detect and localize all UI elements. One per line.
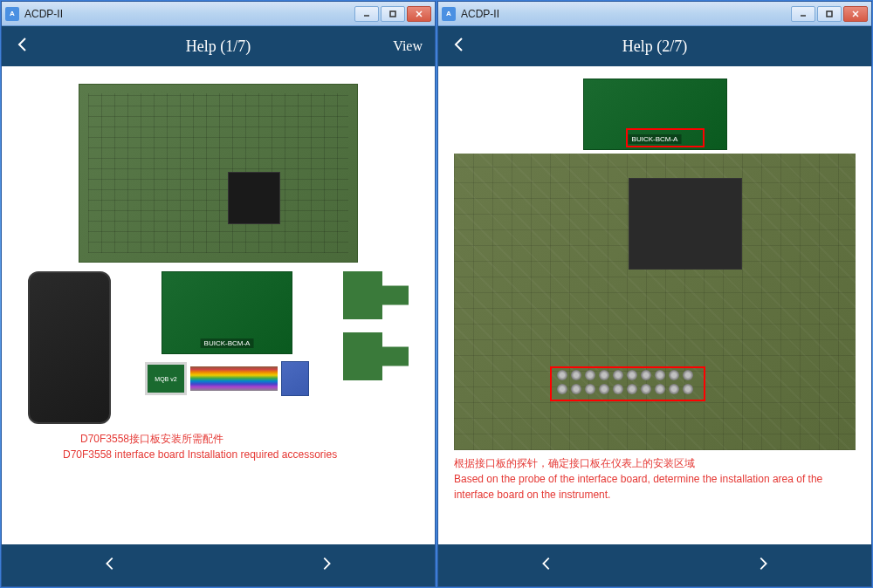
titlebar-text: ACDP-II bbox=[461, 8, 791, 20]
titlebar-text: ACDP-II bbox=[24, 8, 354, 20]
next-button[interactable] bbox=[738, 549, 788, 582]
page-header: Help (1/7) View bbox=[2, 26, 435, 66]
close-button[interactable] bbox=[407, 6, 431, 22]
window-controls bbox=[354, 6, 431, 22]
page-footer bbox=[438, 544, 871, 586]
maximize-button[interactable] bbox=[381, 6, 405, 22]
svg-rect-1 bbox=[390, 11, 395, 17]
help-image: MQB v2 D70F3558接口板安装所需配件 D70F3558 interf… bbox=[28, 84, 409, 536]
instrument-pcb-image bbox=[454, 154, 856, 450]
main-pcb-image bbox=[79, 84, 358, 263]
mqb-adapter-image: MQB v2 bbox=[145, 362, 187, 395]
page-title: Help (1/7) bbox=[2, 38, 435, 56]
programmer-device-image bbox=[28, 271, 111, 424]
caption-cn: D70F3558接口板安装所需配件 bbox=[28, 431, 409, 447]
maximize-button[interactable] bbox=[817, 6, 842, 22]
prev-button[interactable] bbox=[85, 549, 135, 582]
app-icon: A bbox=[5, 7, 19, 21]
app-icon: A bbox=[442, 7, 456, 21]
bracket-image bbox=[343, 332, 409, 380]
content-area: MQB v2 D70F3558接口板安装所需配件 D70F3558 interf… bbox=[2, 66, 435, 544]
highlight-box-icon bbox=[626, 128, 705, 147]
titlebar[interactable]: A ACDP-II bbox=[2, 2, 435, 26]
titlebar[interactable]: A ACDP-II bbox=[438, 2, 871, 26]
back-button[interactable] bbox=[14, 36, 31, 57]
prev-button[interactable] bbox=[521, 549, 572, 582]
image-caption: D70F3558接口板安装所需配件 D70F3558 interface boa… bbox=[28, 431, 409, 462]
window-controls bbox=[791, 6, 868, 22]
ribbon-cable-image bbox=[190, 366, 278, 391]
content-area: 根据接口板的探针，确定接口板在仪表上的安装区域 Based on the pro… bbox=[438, 66, 871, 544]
minimize-button[interactable] bbox=[354, 6, 379, 22]
interface-board-image bbox=[583, 79, 727, 150]
app-window-1: A ACDP-II Help (1/7) View MQB v2 bbox=[1, 1, 436, 587]
page-footer bbox=[2, 544, 435, 586]
caption-en: Based on the probe of the interface boar… bbox=[454, 471, 856, 503]
page-title: Help (2/7) bbox=[438, 38, 871, 56]
close-button[interactable] bbox=[843, 6, 868, 22]
caption-cn: 根据接口板的探针，确定接口板在仪表上的安装区域 bbox=[454, 455, 856, 471]
image-caption: 根据接口板的探针，确定接口板在仪表上的安装区域 Based on the pro… bbox=[454, 455, 856, 503]
help-image: 根据接口板的探针，确定接口板在仪表上的安装区域 Based on the pro… bbox=[454, 79, 856, 536]
back-button[interactable] bbox=[450, 36, 468, 57]
bracket-image bbox=[343, 271, 409, 319]
svg-rect-5 bbox=[827, 11, 832, 17]
caption-en: D70F3558 interface board Installation re… bbox=[28, 447, 409, 462]
interface-board-image bbox=[162, 271, 292, 354]
next-button[interactable] bbox=[301, 549, 352, 582]
connector-image bbox=[281, 361, 309, 396]
page-header: Help (2/7) bbox=[438, 26, 871, 66]
app-window-2: A ACDP-II Help (2/7) bbox=[437, 1, 872, 587]
minimize-button[interactable] bbox=[791, 6, 815, 22]
view-button[interactable]: View bbox=[393, 38, 423, 54]
highlight-box-icon bbox=[550, 366, 705, 401]
